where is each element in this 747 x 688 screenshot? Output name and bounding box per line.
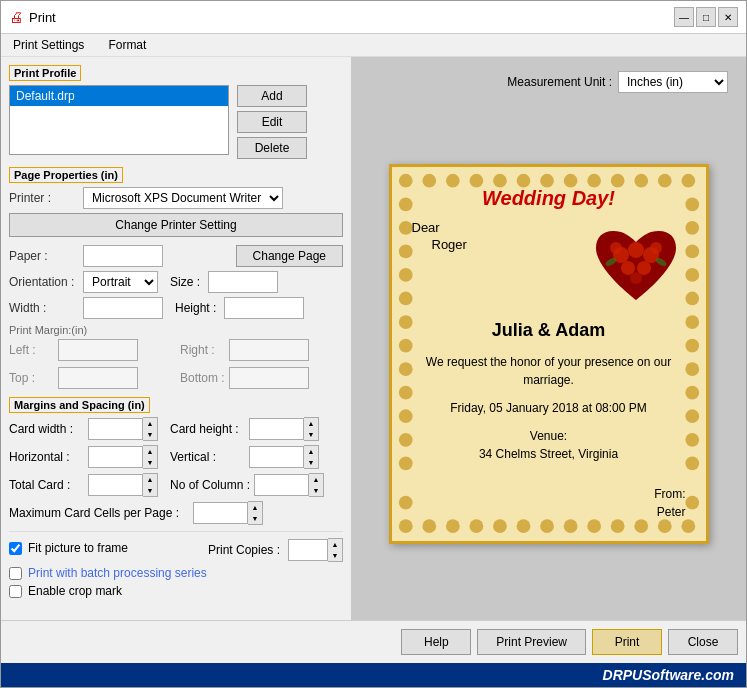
right-label: Right : <box>180 343 225 357</box>
menu-print-settings[interactable]: Print Settings <box>9 36 88 54</box>
svg-point-22 <box>610 519 624 533</box>
print-margin-section: Print Margin:(in) Left : 0 Right : 0 Top… <box>9 323 343 393</box>
card-left: Dear Roger <box>412 220 586 252</box>
horizontal-label: Horizontal : <box>9 450 84 464</box>
print-copies-input[interactable]: 1 <box>288 539 328 561</box>
paper-input[interactable]: Letter <box>83 245 163 267</box>
print-icon: 🖨 <box>9 9 23 25</box>
card-height-spinbtns: ▲ ▼ <box>304 417 319 441</box>
card-width-up[interactable]: ▲ <box>143 418 157 429</box>
card-height-label: Card height : <box>170 422 245 436</box>
card-height-spinner: 3.93 ▲ ▼ <box>249 417 319 441</box>
horizontal-down[interactable]: ▼ <box>143 457 157 468</box>
svg-point-57 <box>630 272 642 284</box>
svg-point-31 <box>398 315 412 329</box>
no-of-column-spinner: 1 ▲ ▼ <box>254 473 324 497</box>
total-card-input[interactable]: 1 <box>88 474 143 496</box>
heart-svg <box>586 220 686 310</box>
vertical-up[interactable]: ▲ <box>304 446 318 457</box>
card-width-input[interactable]: 3.93 <box>88 418 143 440</box>
margin-grid: Left : 0 Right : 0 Top : 0 Bottom : <box>9 339 343 393</box>
no-of-column-up[interactable]: ▲ <box>309 474 323 485</box>
horizontal-input[interactable]: 0.000 <box>88 446 143 468</box>
total-card-up[interactable]: ▲ <box>143 474 157 485</box>
horiz-vert-row: Horizontal : 0.000 ▲ ▼ Vertical : 0.000 … <box>9 445 343 469</box>
max-card-spinner: 2 ▲ ▼ <box>193 501 263 525</box>
window-title: Print <box>29 10 56 25</box>
vertical-down[interactable]: ▼ <box>304 457 318 468</box>
delete-button[interactable]: Delete <box>237 137 307 159</box>
margins-spacing-section: Margins and Spacing (in) Card width : 3.… <box>9 397 343 525</box>
svg-point-34 <box>398 385 412 399</box>
print-copies-up[interactable]: ▲ <box>328 539 342 550</box>
maximize-button[interactable]: □ <box>696 7 716 27</box>
no-of-column-down[interactable]: ▼ <box>309 485 323 496</box>
total-card-down[interactable]: ▼ <box>143 485 157 496</box>
vertical-input[interactable]: 0.000 <box>249 446 304 468</box>
print-preview-button[interactable]: Print Preview <box>477 629 586 655</box>
max-card-input[interactable]: 2 <box>193 502 248 524</box>
card-venue-addr: 34 Chelms Street, Virginia <box>412 445 686 463</box>
card-width-down[interactable]: ▼ <box>143 429 157 440</box>
height-input[interactable]: 11 <box>224 297 304 319</box>
svg-point-30 <box>398 291 412 305</box>
svg-point-48 <box>685 409 699 423</box>
svg-point-0 <box>398 173 412 187</box>
no-of-column-input[interactable]: 1 <box>254 474 309 496</box>
print-copies-down[interactable]: ▼ <box>328 550 342 561</box>
total-card-spinbtns: ▲ ▼ <box>143 473 158 497</box>
crop-mark-row: Enable crop mark <box>9 584 343 598</box>
svg-point-17 <box>493 519 507 533</box>
max-card-down[interactable]: ▼ <box>248 513 262 524</box>
batch-processing-label: Print with batch processing series <box>28 566 207 580</box>
close-button[interactable]: Close <box>668 629 738 655</box>
menu-format[interactable]: Format <box>104 36 150 54</box>
batch-processing-checkbox[interactable] <box>9 567 22 580</box>
profile-area: Default.drp Add Edit Delete <box>9 85 343 159</box>
help-button[interactable]: Help <box>401 629 471 655</box>
orientation-select[interactable]: Portrait <box>83 271 158 293</box>
edit-button[interactable]: Edit <box>237 111 307 133</box>
batch-processing-row: Print with batch processing series <box>9 566 343 580</box>
profile-list[interactable]: Default.drp <box>9 85 229 155</box>
change-printer-row: Change Printer Setting <box>9 213 343 241</box>
svg-point-7 <box>563 173 577 187</box>
total-column-row: Total Card : 1 ▲ ▼ No of Column : 1 ▲ <box>9 473 343 497</box>
change-printer-button[interactable]: Change Printer Setting <box>9 213 343 237</box>
left-label: Left : <box>9 343 54 357</box>
fit-picture-checkbox[interactable] <box>9 542 22 555</box>
svg-point-50 <box>685 456 699 470</box>
bottom-bar: Help Print Preview Print Close <box>1 620 746 663</box>
svg-point-36 <box>398 432 412 446</box>
measurement-select[interactable]: Inches (in) <box>618 71 728 93</box>
svg-point-40 <box>685 220 699 234</box>
max-card-up[interactable]: ▲ <box>248 502 262 513</box>
right-margin-input: 0 <box>229 339 309 361</box>
title-bar: 🖨 Print — □ ✕ <box>1 1 746 34</box>
svg-point-24 <box>657 519 671 533</box>
card-height-input[interactable]: 3.93 <box>249 418 304 440</box>
main-content: Print Profile Default.drp Add Edit Delet… <box>1 57 746 620</box>
measurement-row: Measurement Unit : Inches (in) <box>361 67 736 97</box>
svg-point-42 <box>685 268 699 282</box>
size-input[interactable]: 8.5x11 <box>208 271 278 293</box>
printer-select[interactable]: Microsoft XPS Document Writer <box>83 187 283 209</box>
svg-point-41 <box>685 244 699 258</box>
card-height-down[interactable]: ▼ <box>304 429 318 440</box>
card-heart <box>586 220 686 310</box>
profile-item-default[interactable]: Default.drp <box>10 86 228 106</box>
horizontal-up[interactable]: ▲ <box>143 446 157 457</box>
paper-row: Paper : Letter Change Page <box>9 245 343 267</box>
width-input[interactable]: 8.5 <box>83 297 163 319</box>
change-page-button[interactable]: Change Page <box>236 245 343 267</box>
window-close-button[interactable]: ✕ <box>718 7 738 27</box>
print-button[interactable]: Print <box>592 629 662 655</box>
card-width-spinbtns: ▲ ▼ <box>143 417 158 441</box>
minimize-button[interactable]: — <box>674 7 694 27</box>
add-button[interactable]: Add <box>237 85 307 107</box>
svg-point-38 <box>398 495 412 509</box>
card-height-up[interactable]: ▲ <box>304 418 318 429</box>
svg-point-29 <box>398 268 412 282</box>
crop-mark-checkbox[interactable] <box>9 585 22 598</box>
svg-point-15 <box>445 519 459 533</box>
